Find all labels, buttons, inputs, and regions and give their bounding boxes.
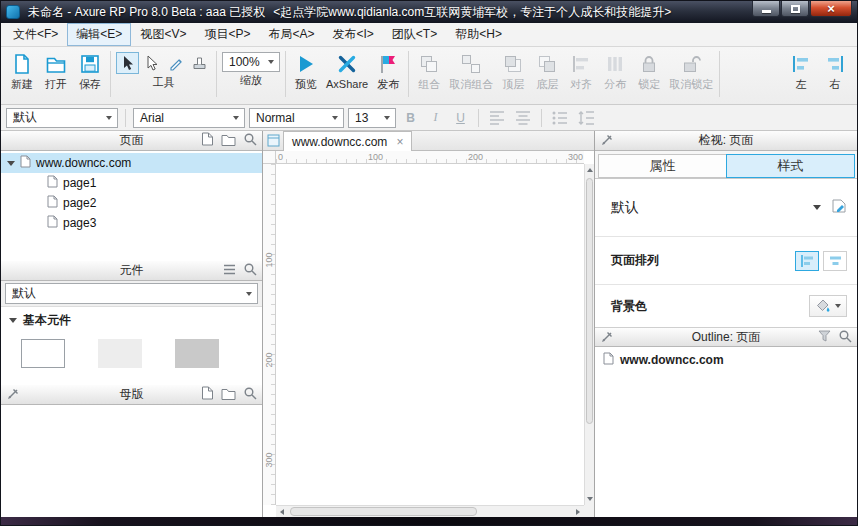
save-button[interactable]: 保存	[73, 50, 107, 92]
underline-button[interactable]: U	[450, 108, 471, 128]
horizontal-scroll-track[interactable]	[288, 506, 572, 517]
search-outline-icon[interactable]	[838, 329, 852, 346]
widget-box3-thumbnail[interactable]	[175, 339, 219, 368]
pen-tool-button[interactable]	[164, 52, 187, 74]
page-tree-item[interactable]: page2	[1, 193, 262, 213]
publish-button[interactable]: 发布	[371, 50, 405, 92]
align-button[interactable]: 对齐	[564, 50, 598, 92]
minimize-button[interactable]	[752, 1, 780, 17]
preview-button[interactable]: 预览	[289, 50, 323, 92]
menu-help[interactable]: 帮助<H>	[446, 23, 511, 46]
font-family-select[interactable]: Arial	[133, 108, 245, 128]
horizontal-scrollbar[interactable]	[276, 505, 584, 517]
menu-arrange[interactable]: 布局<A>	[259, 23, 323, 46]
maximize-button[interactable]	[781, 1, 809, 17]
widget-options-icon[interactable]	[223, 264, 236, 278]
toolbar-separator	[408, 51, 409, 97]
add-master-folder-icon[interactable]	[221, 387, 236, 403]
menu-project[interactable]: 项目<P>	[195, 23, 259, 46]
axshare-button[interactable]: AxShare	[323, 50, 371, 92]
canvas-tab-active[interactable]: www.downcc.com ×	[283, 131, 412, 151]
pin-icon[interactable]	[600, 134, 613, 147]
pin-icon[interactable]	[600, 331, 613, 344]
tab-close-icon[interactable]: ×	[396, 136, 403, 148]
menu-team[interactable]: 团队<T>	[383, 23, 446, 46]
add-master-icon[interactable]	[201, 386, 214, 403]
search-widgets-icon[interactable]	[243, 262, 257, 279]
menu-file[interactable]: 文件<F>	[4, 23, 67, 46]
page-tree-root[interactable]: www.downcc.com	[1, 153, 262, 173]
ruler-mark: 0	[278, 152, 283, 162]
text-align-center-button[interactable]	[512, 108, 534, 128]
search-pages-icon[interactable]	[243, 132, 257, 149]
chevron-down-icon[interactable]	[813, 205, 821, 210]
widget-library-select[interactable]: 默认	[5, 283, 258, 304]
page-tree-item[interactable]: page1	[1, 173, 262, 193]
scroll-down-button[interactable]	[585, 493, 594, 505]
chevron-down-icon	[835, 304, 841, 308]
text-align-left-button[interactable]	[486, 108, 508, 128]
menu-publish[interactable]: 发布<I>	[323, 23, 382, 46]
scroll-up-button[interactable]	[585, 164, 594, 176]
tab-properties[interactable]: 属性	[598, 154, 727, 178]
bullet-list-button[interactable]	[549, 108, 571, 128]
tab-style[interactable]: 样式	[726, 154, 855, 178]
open-button[interactable]: 打开	[39, 50, 73, 92]
expander-icon	[9, 318, 17, 323]
widget-group-header[interactable]: 基本元件	[1, 307, 262, 333]
pin-icon[interactable]	[6, 388, 19, 401]
widget-box1-thumbnail[interactable]	[21, 339, 65, 368]
add-folder-icon[interactable]	[221, 133, 236, 149]
horizontal-scroll-thumb[interactable]	[290, 507, 477, 516]
widget-box2-thumbnail[interactable]	[98, 339, 142, 368]
scroll-left-button[interactable]	[276, 506, 288, 517]
back-color-label: 背景色	[611, 298, 647, 315]
open-folder-icon	[45, 52, 67, 76]
bold-button[interactable]: B	[400, 108, 421, 128]
window-title: 未命名 - Axure RP Pro 8.0 Beta : aaa 已授权	[28, 4, 265, 21]
new-button[interactable]: 新建	[5, 50, 39, 92]
select-tool-button[interactable]	[116, 52, 139, 74]
widget-style-select[interactable]: 默认	[6, 108, 118, 128]
lock-button[interactable]: 锁定	[632, 50, 666, 92]
filter-funnel-icon[interactable]	[818, 330, 831, 345]
unlock-button[interactable]: 取消锁定	[666, 50, 716, 92]
ungroup-button[interactable]: 取消组合	[446, 50, 496, 92]
menubar: 文件<F> 编辑<E> 视图<V> 项目<P> 布局<A> 发布<I> 团队<T…	[1, 23, 857, 47]
design-canvas[interactable]	[276, 164, 584, 505]
menu-view[interactable]: 视图<V>	[131, 23, 195, 46]
back-color-picker[interactable]	[809, 295, 847, 317]
tab-list-icon[interactable]	[265, 131, 281, 150]
italic-button[interactable]: I	[425, 108, 446, 128]
add-page-icon[interactable]	[201, 132, 214, 149]
scroll-right-button[interactable]	[572, 506, 584, 517]
zoom-select[interactable]: 100%	[222, 52, 280, 72]
font-size-select[interactable]: 13	[348, 108, 396, 128]
vertical-scrollbar[interactable]	[584, 164, 594, 505]
expander-icon[interactable]	[7, 161, 15, 166]
edit-style-icon[interactable]	[831, 198, 847, 217]
arrow-left-icon	[280, 509, 284, 515]
distribute-button[interactable]: 分布	[598, 50, 632, 92]
format-painter-button[interactable]	[188, 52, 211, 74]
bring-to-front-label: 顶层	[502, 79, 524, 90]
vertical-scroll-thumb[interactable]	[586, 178, 593, 424]
align-left-label: 左	[796, 79, 807, 90]
group-button[interactable]: 组合	[412, 50, 446, 92]
bring-to-front-button[interactable]: 顶层	[496, 50, 530, 92]
align-right-button[interactable]: 右	[818, 50, 852, 92]
send-to-back-button[interactable]: 底层	[530, 50, 564, 92]
align-left-button[interactable]: 左	[784, 50, 818, 92]
page-tree-item[interactable]: page3	[1, 213, 262, 233]
marquee-select-tool-button[interactable]	[140, 52, 163, 74]
ruler-mark: 100	[264, 250, 274, 270]
search-masters-icon[interactable]	[243, 386, 257, 403]
line-spacing-button[interactable]	[575, 108, 597, 128]
font-weight-select[interactable]: Normal	[249, 108, 344, 128]
close-button[interactable]: ×	[810, 1, 852, 17]
outline-page-item[interactable]: www.downcc.com	[595, 347, 857, 371]
page-align-center-button[interactable]	[823, 251, 847, 271]
menu-edit[interactable]: 编辑<E>	[67, 23, 131, 46]
page-align-left-button[interactable]	[795, 251, 819, 271]
arrow-right-icon	[576, 509, 580, 515]
